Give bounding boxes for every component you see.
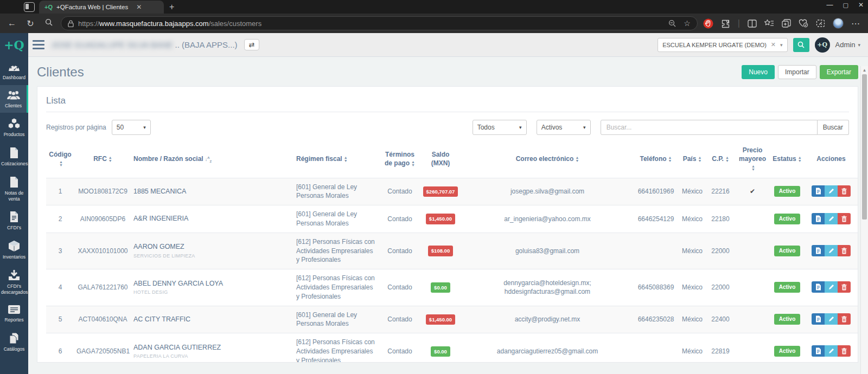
- nuevo-button[interactable]: Nuevo: [742, 65, 775, 79]
- trash-icon: [841, 284, 847, 291]
- invoice-button[interactable]: [812, 313, 825, 325]
- window-minimize-icon[interactable]: —: [827, 1, 833, 9]
- delete-button[interactable]: [838, 313, 851, 325]
- per-page-select[interactable]: 50 ▾: [112, 120, 151, 135]
- app-logo[interactable]: +Q: [0, 33, 28, 57]
- scroll-up-icon[interactable]: ▲: [861, 66, 868, 73]
- clear-selection-icon[interactable]: ✕: [771, 41, 776, 48]
- back-icon[interactable]: ←: [5, 18, 18, 28]
- sidebar-item-dashboard[interactable]: Dashboard: [0, 57, 28, 85]
- sidebar-item-inventarios[interactable]: Inventarios: [0, 235, 28, 265]
- sidebar-item-cotizaciones[interactable]: Cotizaciones: [0, 142, 28, 171]
- browser-tab[interactable]: +Q +QFactura Web | Clientes ✕: [39, 1, 164, 14]
- table-row[interactable]: 1 MOO1808172C9 1885 MECANICA [601] Gener…: [46, 178, 858, 205]
- zoom-icon[interactable]: [668, 20, 676, 27]
- edit-button[interactable]: [825, 281, 838, 293]
- invoice-button[interactable]: [812, 185, 825, 197]
- sidebar-item-notas-de-venta[interactable]: Notas de venta: [0, 171, 28, 206]
- tab-favicon-icon: +Q: [44, 4, 53, 10]
- delete-button[interactable]: [838, 281, 851, 293]
- edit-button[interactable]: [825, 213, 838, 224]
- col-nombre[interactable]: Nombre / Razón social↓AZ: [131, 143, 294, 178]
- delete-button[interactable]: [838, 345, 851, 357]
- profile-avatar[interactable]: [833, 18, 844, 29]
- company-select[interactable]: ESCUELA KEMPER URGATE (DEMO) ✕ ▾: [658, 38, 787, 52]
- col-regimen[interactable]: Régimen fiscal▲▼: [294, 143, 380, 178]
- sidebar-item-clientes[interactable]: Clientes: [0, 85, 28, 113]
- col-rfc[interactable]: RFC▲▼: [74, 143, 131, 178]
- sidebar-item-productos[interactable]: Productos: [0, 113, 28, 142]
- col-estatus[interactable]: Estatus▲▼: [770, 143, 804, 178]
- table-row[interactable]: 3 XAXX010101000 AARON GOMEZ SERVICIOS DE…: [46, 233, 858, 269]
- col-codigo[interactable]: Código▲▼: [46, 143, 74, 178]
- status-badge: Activo: [774, 214, 801, 224]
- status-filter-select[interactable]: Activos ▾: [537, 120, 591, 135]
- sidebar-item-cfdis-descargados[interactable]: CFDI's descargados: [0, 265, 28, 299]
- table-row[interactable]: 2 AIN090605DP6 A&R INGENIERIA [601] Gene…: [46, 205, 858, 233]
- switch-company-button[interactable]: ⇄: [244, 39, 260, 50]
- window-close-icon[interactable]: ✕: [858, 1, 864, 9]
- company-search-button[interactable]: [793, 38, 809, 52]
- cell-cp: 22180: [706, 205, 735, 233]
- col-correo[interactable]: Correo electrónico▲▼: [461, 143, 634, 178]
- col-telefono[interactable]: Teléfono▲▼: [634, 143, 678, 178]
- importar-button[interactable]: Importar: [778, 65, 816, 79]
- buscar-button[interactable]: Buscar: [818, 120, 849, 135]
- sidebar-item-catalogos[interactable]: Catálogos: [0, 327, 28, 357]
- sort-icon: ▲▼: [751, 165, 755, 172]
- search-input[interactable]: [601, 120, 818, 135]
- cell-precio-mayoreo: ✔: [735, 205, 770, 233]
- new-tab-icon[interactable]: +: [169, 2, 174, 12]
- tab-actions-icon[interactable]: [24, 2, 35, 12]
- window-maximize-icon[interactable]: ▢: [843, 2, 848, 9]
- delete-button[interactable]: [838, 245, 851, 256]
- col-cp[interactable]: C.P.▲▼: [706, 143, 735, 178]
- col-precio-mayoreo[interactable]: Precio mayoreo▲▼: [735, 143, 770, 178]
- edit-button[interactable]: [825, 185, 838, 197]
- scrollbar-thumb[interactable]: [862, 74, 867, 220]
- browser-essentials-icon[interactable]: [799, 19, 808, 28]
- invoice-button[interactable]: [812, 281, 825, 293]
- table-row[interactable]: 5 ACT040610QNA AC CITY TRAFFIC [601] Gen…: [46, 306, 858, 333]
- invoice-button[interactable]: [812, 345, 825, 357]
- search-icon[interactable]: [42, 18, 55, 28]
- sidebar-item-cfdis[interactable]: CFDI's: [0, 206, 28, 235]
- invoice-button[interactable]: [812, 245, 825, 256]
- edit-button[interactable]: [825, 245, 838, 256]
- col-terminos[interactable]: Términos de pago▲▼: [380, 143, 420, 178]
- table-row[interactable]: 6 GAGA720505NB1 ADAN GARCIA GUTIERREZ PA…: [46, 333, 858, 363]
- invoice-button[interactable]: [812, 213, 825, 224]
- site-lock-icon: [68, 20, 74, 27]
- admin-menu[interactable]: Admin ▾: [835, 41, 860, 49]
- col-pais[interactable]: País▲▼: [678, 143, 706, 178]
- settings-ellipsis-icon[interactable]: ⋯: [851, 18, 860, 29]
- menu-toggle-icon[interactable]: [33, 40, 44, 49]
- split-screen-icon[interactable]: [748, 20, 757, 28]
- extensions-puzzle-icon[interactable]: [721, 19, 730, 28]
- refresh-icon[interactable]: ↻: [24, 18, 37, 29]
- url-bar[interactable]: https://www.masquefactura.bajaapps.com/s…: [61, 16, 698, 30]
- sidebar-item-reportes[interactable]: Reportes: [0, 299, 28, 327]
- tab-close-icon[interactable]: ✕: [136, 3, 142, 11]
- cell-telefono: 6646254129: [634, 205, 678, 233]
- delete-button[interactable]: [838, 213, 851, 224]
- adblock-extension-icon[interactable]: [703, 18, 713, 29]
- page-scrollbar[interactable]: ▲: [860, 66, 868, 374]
- favorites-icon[interactable]: [764, 19, 774, 28]
- delete-button[interactable]: [838, 185, 851, 197]
- cell-terminos: Contado: [380, 178, 420, 205]
- collections-icon[interactable]: [782, 19, 791, 28]
- exportar-button[interactable]: Exportar: [820, 65, 858, 79]
- screenshot-icon[interactable]: [816, 19, 825, 28]
- favorite-star-icon[interactable]: ☆: [684, 19, 691, 28]
- file-icon: [9, 176, 20, 188]
- cell-cp: 22819: [706, 333, 735, 363]
- type-filter-select[interactable]: Todos ▾: [473, 120, 527, 135]
- cell-nombre: A&R INGENIERIA: [131, 205, 294, 233]
- sort-icon: ▲▼: [798, 156, 802, 163]
- col-saldo[interactable]: Saldo (MXN): [420, 143, 461, 178]
- table-row[interactable]: 4 GALA761221760 ABEL DENNY GARCIA LOYA H…: [46, 269, 858, 306]
- edit-button[interactable]: [825, 313, 838, 325]
- sort-icon: ▲▼: [108, 156, 112, 163]
- edit-button[interactable]: [825, 345, 838, 357]
